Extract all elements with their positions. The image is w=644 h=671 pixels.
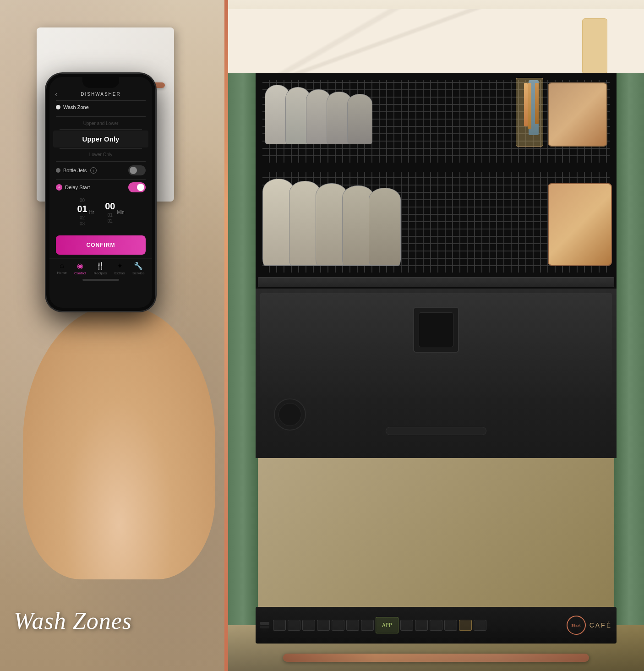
extras-icon: ✦ [117, 262, 123, 270]
door-inner-panel [260, 293, 612, 398]
wash-zone-section: Wash Zone [49, 101, 152, 116]
time-picker[interactable]: 00 01 02 03 Hr 00 01 02 [56, 196, 146, 228]
wash-zone-picker[interactable]: Upper and Lower Upper Only Lower Only [49, 117, 152, 161]
delay-start-left: ✓ Delay Start [56, 184, 90, 191]
minutes-below: 01 [108, 213, 113, 218]
minutes-column[interactable]: 00 01 02 [105, 201, 115, 224]
detergent-inner [419, 312, 453, 347]
wash-zone-dot [56, 105, 60, 109]
copper-pans [548, 82, 607, 147]
upper-rack-plates [265, 85, 372, 144]
plate-5 [347, 94, 372, 144]
nav-item-home[interactable]: ⌂ Home [57, 262, 66, 275]
bottle-jets-row: Bottle Jets i [49, 162, 152, 179]
delay-start-check-icon: ✓ [56, 184, 62, 191]
hours-below2: 03 [80, 221, 85, 226]
recipes-icon: 🍴 [96, 262, 105, 270]
hours-column[interactable]: 00 01 02 03 [77, 198, 87, 226]
phone-notch [82, 77, 119, 88]
confirm-button[interactable]: CONFIRM [56, 235, 146, 255]
nav-label-control: Control [74, 271, 86, 275]
bottom-nav: ⌂ Home ◉ Control 🍴 Recipes ✦ [49, 258, 152, 277]
picker-selected-area: Upper Only [53, 131, 148, 147]
main-container: ‹ DISHWASHER Wash Zone Upper [0, 0, 644, 671]
copper-divider [224, 0, 228, 671]
nav-label-extras: Extras [115, 271, 125, 275]
dishwasher-interior [256, 73, 617, 458]
bottle-jets-label: Bottle Jets [63, 168, 87, 173]
app-title: DISHWASHER [57, 92, 145, 97]
cabinet-right [614, 73, 644, 625]
hours-unit-label: Hr [89, 210, 94, 215]
hours-below: 02 [80, 215, 85, 220]
nav-item-control[interactable]: ◉ Control [74, 262, 86, 275]
bottle-jets-left: Bottle Jets i [56, 167, 97, 174]
phone-wrapper: ‹ DISHWASHER Wash Zone Upper [46, 73, 156, 311]
home-icon: ⌂ [60, 262, 64, 270]
utensil-2 [535, 83, 539, 124]
delay-start-header: ✓ Delay Start [56, 182, 146, 192]
bottle-jets-toggle[interactable] [128, 165, 146, 175]
drain-filter [274, 398, 306, 431]
picker-divider-1 [60, 129, 142, 130]
minutes-main: 00 [105, 201, 115, 212]
utensils-basket [516, 78, 543, 147]
picker-divider-2 [60, 148, 142, 149]
left-panel: ‹ DISHWASHER Wash Zone Upper [0, 0, 224, 671]
nav-label-home: Home [57, 271, 66, 275]
home-indicator [82, 279, 119, 281]
right-panel: APP Start CAFÉ [228, 0, 644, 671]
detergent-dispenser [413, 307, 459, 353]
nav-item-service[interactable]: 🔧 Service [132, 262, 145, 275]
floor-shadow [228, 625, 644, 671]
back-button[interactable]: ‹ [55, 90, 57, 98]
spray-arm [386, 427, 486, 435]
nav-label-service: Service [132, 271, 145, 275]
minutes-below2: 02 [108, 218, 113, 224]
wash-zones-hero-text: Wash Zones [14, 607, 132, 634]
delay-start-toggle[interactable] [128, 182, 146, 192]
wash-zone-label: Wash Zone [63, 104, 89, 110]
bottle-jets-info-icon[interactable]: i [90, 167, 97, 174]
minutes-unit-label: Min [117, 210, 124, 215]
cabinet-left [228, 73, 258, 625]
nav-label-recipes: Recipes [93, 271, 107, 275]
marble-surface [228, 9, 644, 73]
wifi-indicator [260, 622, 269, 625]
counter-glass [582, 18, 607, 73]
delay-start-section: ✓ Delay Start 00 01 [49, 180, 152, 231]
nav-item-recipes[interactable]: 🍴 Recipes [93, 262, 107, 275]
drain-inner [278, 403, 301, 426]
hours-above: 00 [80, 198, 85, 203]
control-icon: ◉ [77, 262, 83, 270]
door-bottom-area [256, 289, 617, 458]
rack-rail [258, 277, 614, 287]
delay-start-label: Delay Start [65, 185, 90, 190]
picker-lower-only[interactable]: Lower Only [49, 150, 152, 159]
utensil-1 [528, 83, 531, 129]
delay-start-knob [137, 184, 144, 191]
lower-rack-plates [262, 179, 401, 266]
hand-background [23, 305, 215, 579]
picker-upper-only[interactable]: Upper Only [57, 132, 145, 146]
large-plate-5 [369, 188, 401, 266]
service-icon: 🔧 [134, 262, 143, 270]
phone-screen: ‹ DISHWASHER Wash Zone Upper [49, 77, 152, 308]
utensil-3 [524, 83, 528, 126]
bottle-jets-knob [130, 167, 137, 174]
phone-body: ‹ DISHWASHER Wash Zone Upper [46, 73, 156, 311]
wash-zone-header: Wash Zone [56, 104, 146, 110]
nav-item-extras[interactable]: ✦ Extras [115, 262, 125, 275]
lower-cookware [548, 183, 612, 266]
bottle-jets-dot [56, 168, 60, 173]
hours-main: 01 [77, 204, 87, 214]
picker-upper-lower[interactable]: Upper and Lower [49, 119, 152, 128]
